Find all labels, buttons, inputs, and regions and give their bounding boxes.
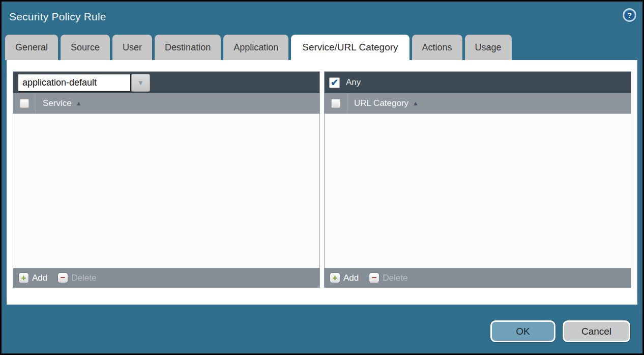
url-category-panel-header: ✔ Any <box>325 72 631 93</box>
url-category-add-button[interactable]: + Add <box>330 272 359 283</box>
url-category-select-all-checkbox[interactable] <box>331 99 340 108</box>
add-icon: + <box>18 272 29 283</box>
service-delete-button[interactable]: − Delete <box>57 272 96 283</box>
url-category-column-label: URL Category <box>354 98 408 108</box>
dialog-title: Security Policy Rule <box>9 11 106 23</box>
security-policy-rule-dialog: Security Policy Rule ? General Source Us… <box>0 0 644 355</box>
url-category-column-header: URL Category ▲ <box>325 93 631 114</box>
ok-button[interactable]: OK <box>490 320 555 342</box>
sort-asc-icon: ▲ <box>76 100 82 107</box>
help-icon[interactable]: ? <box>623 8 636 22</box>
service-select-all-cell <box>13 93 36 113</box>
delete-label: Delete <box>383 273 407 283</box>
delete-label: Delete <box>71 273 96 283</box>
service-select-all-checkbox[interactable] <box>20 99 29 108</box>
service-column-label: Service <box>43 98 72 108</box>
service-panel: ▼ Service ▲ + Add <box>13 71 320 288</box>
url-category-panel-footer: + Add − Delete <box>325 268 631 287</box>
tab-user[interactable]: User <box>112 35 152 60</box>
url-category-any-checkbox[interactable]: ✔ <box>329 77 340 88</box>
url-category-list-empty <box>325 114 631 268</box>
service-panel-footer: + Add − Delete <box>13 268 319 287</box>
tab-general[interactable]: General <box>5 35 58 60</box>
tab-destination[interactable]: Destination <box>155 35 221 60</box>
service-type-combo: ▼ <box>18 74 150 92</box>
url-category-any-label: Any <box>346 77 361 88</box>
panels-container: ▼ Service ▲ + Add <box>13 71 631 288</box>
tab-usage[interactable]: Usage <box>465 35 512 60</box>
url-category-column-sort[interactable]: URL Category ▲ <box>347 98 419 108</box>
add-label: Add <box>32 273 47 283</box>
service-column-sort[interactable]: Service ▲ <box>36 98 82 108</box>
add-label: Add <box>343 273 359 283</box>
url-category-panel: ✔ Any URL Category ▲ + Add <box>324 71 631 288</box>
delete-icon: − <box>57 272 68 283</box>
service-panel-header: ▼ <box>13 72 319 93</box>
service-list-empty <box>13 114 319 268</box>
tab-strip: General Source User Destination Applicat… <box>2 34 642 60</box>
service-column-header: Service ▲ <box>13 93 319 114</box>
chevron-down-icon[interactable]: ▼ <box>131 74 150 92</box>
tab-source[interactable]: Source <box>61 35 110 60</box>
service-add-button[interactable]: + Add <box>18 272 47 283</box>
tab-application[interactable]: Application <box>223 35 288 60</box>
dialog-footer: OK Cancel <box>2 305 642 342</box>
dialog-titlebar: Security Policy Rule ? <box>2 2 642 34</box>
tab-content: ▼ Service ▲ + Add <box>7 60 637 305</box>
sort-asc-icon: ▲ <box>413 100 419 107</box>
service-type-input[interactable] <box>18 74 131 92</box>
tab-actions[interactable]: Actions <box>412 35 462 60</box>
add-icon: + <box>330 272 340 283</box>
cancel-button[interactable]: Cancel <box>563 320 630 342</box>
url-category-delete-button[interactable]: − Delete <box>369 272 407 283</box>
url-category-select-all-cell <box>325 93 347 113</box>
delete-icon: − <box>369 272 379 283</box>
tab-service-url-category[interactable]: Service/URL Category <box>291 35 409 60</box>
